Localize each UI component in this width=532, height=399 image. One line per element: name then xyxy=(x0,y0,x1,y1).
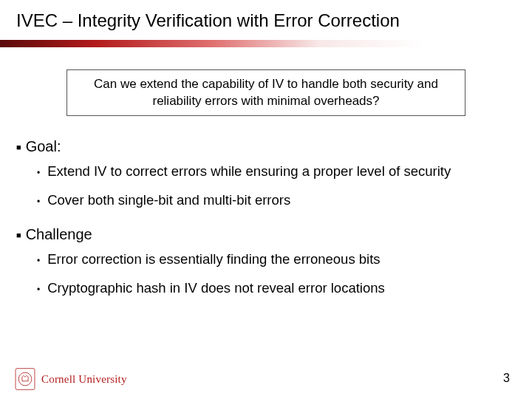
bullet-dot-icon: • xyxy=(37,167,40,179)
title-divider xyxy=(0,40,532,47)
question-callout: Can we extend the capability of IV to ha… xyxy=(66,69,466,117)
svg-point-1 xyxy=(18,372,32,386)
footer: Cornell University 3 xyxy=(15,368,517,390)
section-heading-goal: ■ Goal: xyxy=(16,138,516,155)
brand-block: Cornell University xyxy=(15,368,127,390)
section-heading-label: Challenge xyxy=(26,226,92,243)
challenge-list: • Error correction is essentially findin… xyxy=(37,250,516,298)
list-item-text: Cover both single-bit and multi-bit erro… xyxy=(47,191,516,210)
goal-list: • Extend IV to correct errors while ensu… xyxy=(37,163,516,210)
slide: IVEC – Integrity Verification with Error… xyxy=(0,0,532,399)
page-number: 3 xyxy=(503,372,510,385)
bullet-square-icon: ■ xyxy=(16,143,21,151)
list-item: • Cryptographic hash in IV does not reve… xyxy=(37,279,516,298)
bullet-square-icon: ■ xyxy=(16,231,21,239)
list-item-text: Cryptographic hash in IV does not reveal… xyxy=(47,279,516,298)
list-item-text: Error correction is essentially finding … xyxy=(47,250,516,269)
list-item: • Error correction is essentially findin… xyxy=(37,250,516,269)
bullet-dot-icon: • xyxy=(37,284,40,296)
university-seal-icon xyxy=(15,368,35,390)
bullet-dot-icon: • xyxy=(37,255,40,267)
bullet-dot-icon: • xyxy=(37,196,40,208)
list-item: • Extend IV to correct errors while ensu… xyxy=(37,163,516,181)
section-heading-challenge: ■ Challenge xyxy=(16,226,516,243)
brand-wordmark: Cornell University xyxy=(41,373,127,386)
page-title: IVEC – Integrity Verification with Error… xyxy=(16,10,516,31)
list-item: • Cover both single-bit and multi-bit er… xyxy=(37,191,516,210)
section-heading-label: Goal: xyxy=(26,138,61,155)
list-item-text: Extend IV to correct errors while ensuri… xyxy=(47,163,516,181)
